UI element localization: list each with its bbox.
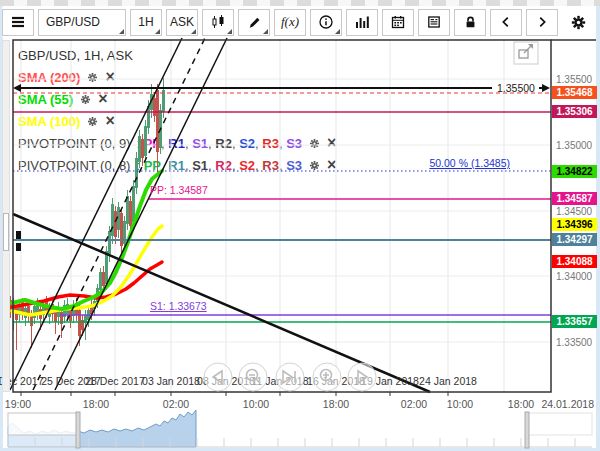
- navigator-mask-right[interactable]: [527, 413, 592, 435]
- corner-caret-icon: [119, 29, 124, 34]
- scroll-right-button[interactable]: [348, 363, 376, 391]
- candlestick: [105, 251, 108, 284]
- corner-caret-icon: [155, 29, 160, 34]
- menu-button[interactable]: [2, 9, 34, 36]
- date-axis-label: 03 Jan 2018: [142, 375, 200, 387]
- timeframe-select[interactable]: 1H: [130, 9, 162, 36]
- candlestick: [78, 310, 81, 336]
- price-axis-panel: 1.355001.350001.345001.340001.335001.354…: [552, 40, 598, 392]
- volume-button[interactable]: [346, 9, 378, 36]
- price-badge-1.34396: 1.34396: [552, 218, 597, 231]
- zoom-out-icon: [239, 363, 267, 391]
- time-axis-label: 18:00: [323, 398, 349, 410]
- corner-caret-icon: [263, 29, 268, 34]
- time-axis-row: 24.01.2018 19:0018:0002:0010:0018:0002:0…: [0, 398, 600, 412]
- right-arrowhead-icon: [542, 84, 550, 92]
- price-badge-1.35468: 1.35468: [552, 86, 597, 99]
- bars-icon: [354, 14, 370, 30]
- forward-button[interactable]: [526, 9, 558, 36]
- back-button[interactable]: [490, 9, 522, 36]
- candlestick: [138, 136, 141, 162]
- candlestick: [111, 204, 114, 236]
- time-axis-label: 18:00: [508, 398, 534, 410]
- news-icon: [426, 14, 442, 30]
- ascending-channel-line[interactable]: [55, 38, 227, 390]
- corner-caret-icon: [191, 29, 196, 34]
- lock-button[interactable]: [454, 9, 486, 36]
- chart-canvas: 1.3550050.00 % (1.3485)PP: 1.34587S1: 1.…: [0, 0, 600, 451]
- candlestick: [135, 158, 138, 188]
- session-date-label: 24.01.2018: [541, 398, 594, 410]
- candlestick: [99, 272, 102, 290]
- chevron-right-icon: [535, 14, 549, 30]
- candlestick: [120, 213, 123, 246]
- price-axis-tick: 1.34000: [556, 271, 592, 282]
- zoom-in-button[interactable]: [313, 363, 341, 391]
- page: GBP/USD1HASKf(x) GBP/USD, 1H, ASK SMA (2…: [0, 0, 600, 451]
- time-axis-label: 18:00: [83, 398, 109, 410]
- toolbar: GBP/USD1HASKf(x): [2, 7, 591, 37]
- zoom-in-icon: [313, 363, 341, 391]
- candles-icon: [210, 14, 226, 30]
- navigator-handle-right[interactable]: [525, 412, 529, 448]
- price-badge-1.34587: 1.34587: [552, 192, 597, 205]
- pp-label: PP: 1.34587: [150, 184, 208, 196]
- left-arrowhead-icon: [13, 84, 21, 92]
- symbol-select[interactable]: GBP/USD: [38, 9, 126, 36]
- indicators-button[interactable]: f(x): [274, 9, 306, 36]
- price-badge-1.34822: 1.34822: [552, 165, 597, 178]
- info-icon: [318, 14, 334, 30]
- gear-icon: [569, 13, 588, 32]
- candlestick: [153, 98, 156, 116]
- price-axis-tick: 1.35000: [556, 140, 592, 151]
- menu-icon: [9, 14, 27, 30]
- price-badge-1.35306: 1.35306: [552, 105, 597, 118]
- next-icon: [348, 363, 376, 391]
- s1-label: S1: 1.33673: [150, 300, 207, 312]
- time-axis-label: 02:00: [401, 398, 427, 410]
- date-axis-label: 28 Dec 2017: [85, 375, 145, 387]
- prev-icon: [204, 363, 232, 391]
- calendar-button[interactable]: [382, 9, 414, 36]
- candlestick: [114, 211, 117, 237]
- price-type-select[interactable]: ASK: [166, 9, 198, 36]
- price-badge-1.34297: 1.34297: [552, 233, 597, 246]
- expand-icon: [514, 42, 538, 64]
- draw-button[interactable]: [238, 9, 270, 36]
- left-scrollbar-thumb[interactable]: [3, 213, 9, 251]
- time-axis-label: 19:00: [5, 398, 31, 410]
- time-axis-label: 10:00: [243, 398, 269, 410]
- expand-chart-button[interactable]: [514, 42, 538, 64]
- candlestick: [108, 231, 111, 254]
- navigator-mask-left[interactable]: [8, 413, 78, 435]
- navigator-handle-left[interactable]: [76, 412, 80, 448]
- scroll-left-button[interactable]: [204, 363, 232, 391]
- zoom-out-button[interactable]: [239, 363, 267, 391]
- line-drag-handle[interactable]: [16, 231, 21, 239]
- end-icon: [276, 363, 304, 391]
- chart-type-button[interactable]: [202, 9, 234, 36]
- candlestick: [144, 126, 147, 156]
- price-badge-1.33657: 1.33657: [552, 315, 597, 328]
- corner-caret-icon: [335, 29, 340, 34]
- chevron-left-icon: [499, 14, 513, 30]
- left-scrollbar[interactable]: [2, 40, 10, 392]
- price-alert-label: 1.35500: [497, 82, 535, 94]
- date-axis-label: 24 Jan 2018: [419, 375, 477, 387]
- info-button[interactable]: [310, 9, 342, 36]
- ascending-channel-line[interactable]: [10, 38, 182, 390]
- time-axis-label: 02:00: [163, 398, 189, 410]
- go-to-end-button[interactable]: [276, 363, 304, 391]
- news-button[interactable]: [418, 9, 450, 36]
- settings-button[interactable]: [562, 9, 594, 36]
- calendar-icon: [390, 14, 406, 30]
- price-axis-tick: 1.33500: [556, 337, 592, 348]
- candlestick: [141, 139, 144, 158]
- lock-icon: [463, 14, 478, 30]
- pencil-icon: [247, 15, 262, 30]
- price-axis-tick: 1.34500: [556, 206, 592, 217]
- price-axis-tick: 1.35500: [556, 74, 592, 85]
- candlestick: [102, 272, 105, 286]
- line-drag-handle[interactable]: [16, 243, 21, 251]
- price-badge-1.34088: 1.34088: [552, 255, 597, 268]
